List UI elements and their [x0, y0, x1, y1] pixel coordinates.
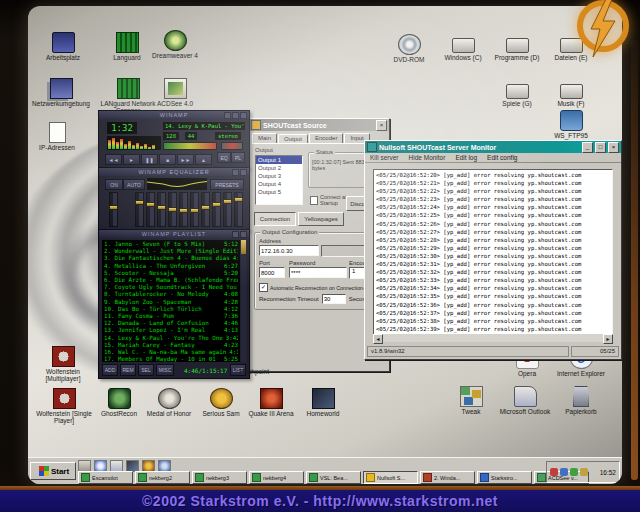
- connect-at-startup-checkbox[interactable]: [310, 196, 318, 205]
- eq-band-slider[interactable]: [234, 192, 243, 227]
- monitor-log-list[interactable]: <05/25/02@16:52:20> [yp_add] error resol…: [373, 169, 613, 337]
- winamp-playlist-window[interactable]: WINAMP PLAYLIST 1. Janno - Seven (F to S…: [98, 229, 250, 379]
- desktop-icon-spiele-g[interactable]: Spiele (G): [488, 80, 546, 107]
- task-button[interactable]: nekberg2: [135, 471, 190, 484]
- eq-on-button[interactable]: ON: [105, 179, 123, 190]
- desktop-icon-ip-adressen[interactable]: IP-Adressen: [28, 122, 86, 151]
- menu-item[interactable]: Edit config: [482, 153, 522, 162]
- equalizer-titlebar[interactable]: WINAMP EQUALIZER: [99, 168, 249, 176]
- task-button[interactable]: nekberg4: [249, 471, 304, 484]
- playlist-add-button[interactable]: ADD: [102, 364, 118, 376]
- eq-band-slider[interactable]: [168, 192, 177, 227]
- desktop-icon-programme-d[interactable]: Programme (D): [488, 34, 546, 61]
- playlist-item[interactable]: 17. Members Of Mayday - 10 in 01 5:25: [104, 356, 238, 362]
- task-button[interactable]: Escamolot: [78, 471, 133, 484]
- tray-display-icon[interactable]: [550, 468, 558, 476]
- playlist-rem-button[interactable]: REM: [120, 364, 136, 376]
- playlist-item[interactable]: 1. Janno - Seven (F to S Mix) 5:12: [104, 241, 238, 248]
- output-list-item[interactable]: Output 5: [256, 188, 302, 196]
- desktop-icon-wolfenstein-sp[interactable]: Wolfenstein [Single Player]: [36, 388, 92, 425]
- desktop-icon-dvd-rom[interactable]: DVD-ROM: [380, 34, 438, 63]
- playlist-list[interactable]: 1. Janno - Seven (F to S Mix) 5:12 2. Wo…: [102, 240, 240, 362]
- horizontal-scrollbar[interactable]: ◄ ►: [373, 334, 613, 342]
- volume-slider[interactable]: [163, 142, 217, 150]
- play-button[interactable]: ►: [123, 154, 140, 165]
- output-list-item[interactable]: Output 1: [256, 156, 302, 164]
- next-button[interactable]: ►►: [177, 154, 194, 165]
- port-field[interactable]: [259, 267, 285, 278]
- eq-band-slider[interactable]: [146, 192, 155, 227]
- output-list-item[interactable]: Output 4: [256, 180, 302, 188]
- playlist-sel-button[interactable]: SEL: [138, 364, 154, 376]
- playlist-item[interactable]: 2. Wonderwall - Just More (Single Edit) …: [104, 248, 238, 255]
- task-button[interactable]: 2. Winda...: [420, 471, 475, 484]
- task-button[interactable]: nekberg3: [192, 471, 247, 484]
- desktop-icon-windows-c[interactable]: Windows (C): [434, 34, 492, 61]
- auto-reconnect-checkbox[interactable]: ✓: [259, 283, 268, 292]
- output-list-item[interactable]: Output 2: [256, 164, 302, 172]
- tab[interactable]: Encoder: [309, 133, 343, 143]
- playlist-misc-button[interactable]: MISC: [156, 364, 174, 376]
- eq-presets-button[interactable]: PRESETS: [210, 179, 244, 190]
- menu-item[interactable]: Hide Monitor: [404, 153, 451, 162]
- playlist-item[interactable]: 13. Jennifer Lopez - I'm Real 4:13: [104, 327, 238, 334]
- desktop-icon-tweak[interactable]: Tweak: [446, 386, 496, 415]
- playlist-item[interactable]: 14. Lexy & K-Paul - You're The One 3:42: [104, 335, 238, 342]
- tray-antivirus-icon[interactable]: [570, 468, 578, 476]
- playlist-item[interactable]: 10. Das Bo - Türlich Türlich 4:12: [104, 306, 238, 313]
- playlist-item[interactable]: 7. Coyote Ugly Soundtrack - I Need You T…: [104, 284, 238, 291]
- desktop-icon-acdsee[interactable]: ACDSee 4.0: [146, 78, 204, 107]
- output-list-item[interactable]: Output 3: [256, 172, 302, 180]
- desktop-icon-musik-f[interactable]: Musik (F): [542, 80, 600, 107]
- desktop-icon-arbeitsplatz[interactable]: Arbeitsplatz: [34, 32, 92, 61]
- winamp-titlebar[interactable]: WINAMP: [99, 111, 249, 119]
- shade-icon[interactable]: [232, 169, 239, 176]
- playlist-item[interactable]: 6. Die Ärzte - Mama B. (Schlafende Freun…: [104, 277, 238, 284]
- desktop-icon-medal-of-honor[interactable]: Medal of Honor: [140, 388, 198, 417]
- connection-subtab[interactable]: Connection: [254, 212, 296, 226]
- close-icon[interactable]: ×: [376, 120, 387, 131]
- balance-slider[interactable]: [221, 142, 243, 150]
- desktop-icon-homeworld[interactable]: Homeworld: [294, 388, 352, 417]
- playlist-item[interactable]: 9. Babylon Zoo - Spaceman 4:28: [104, 299, 238, 306]
- tray-volume-icon[interactable]: [580, 468, 588, 476]
- playlist-item[interactable]: 5. Scooter - Nessaja 5:20: [104, 270, 238, 277]
- eq-band-slider[interactable]: [157, 192, 166, 227]
- eq-auto-button[interactable]: AUTO: [123, 179, 145, 190]
- menu-item[interactable]: Edit log: [450, 153, 482, 162]
- eq-band-slider[interactable]: [135, 192, 144, 227]
- minimize-icon[interactable]: [224, 112, 231, 119]
- pause-button[interactable]: ❚❚: [141, 154, 158, 165]
- winamp-equalizer-window[interactable]: WINAMP EQUALIZER ON AUTO PRESETS: [98, 167, 250, 231]
- eq-band-slider[interactable]: [212, 192, 221, 227]
- yellowpages-subtab[interactable]: Yellowpages: [298, 212, 344, 226]
- scrollbar-thumb[interactable]: [241, 240, 246, 254]
- eq-band-slider[interactable]: [179, 192, 188, 227]
- eq-band-slider[interactable]: [223, 192, 232, 227]
- playlist-item[interactable]: 15. Mariah Carey - Fantasy 4:23: [104, 342, 238, 349]
- source-titlebar[interactable]: SHOUTcast Source ×: [249, 119, 389, 131]
- playlist-item[interactable]: 3. Die Fantastischen 4 - Buenos dias 4:2…: [104, 255, 238, 262]
- playlist-titlebar[interactable]: WINAMP PLAYLIST: [99, 230, 249, 238]
- playlist-scrollbar[interactable]: [241, 240, 246, 362]
- monitor-titlebar[interactable]: Nullsoft SHOUTcast Server Monitor _ □ ×: [365, 141, 621, 153]
- close-icon[interactable]: [240, 112, 247, 119]
- minimize-icon[interactable]: _: [582, 142, 593, 153]
- tab[interactable]: Main: [252, 133, 277, 143]
- task-button[interactable]: VSL: Bea...: [306, 471, 361, 484]
- start-button[interactable]: Start: [30, 462, 76, 480]
- previous-button[interactable]: ◄◄: [105, 154, 122, 165]
- desktop-icon-flashpoint[interactable]: Flashpoint: [224, 368, 284, 375]
- playlist-item[interactable]: 8. Turntablerocker - No Melody 4:08: [104, 291, 238, 298]
- desktop-icon-dreamweaver[interactable]: Dreamweaver 4: [146, 30, 204, 59]
- scroll-right-icon[interactable]: ►: [603, 334, 613, 344]
- playlist-item[interactable]: 4. Metallica - The Unforgiven 6:27: [104, 263, 238, 270]
- close-icon[interactable]: [240, 231, 247, 238]
- maximize-icon[interactable]: □: [595, 142, 606, 153]
- output-listbox[interactable]: Output 1 Output 2 Output 3 Output 4 Outp…: [255, 155, 303, 205]
- task-button[interactable]: Starkstro...: [477, 471, 532, 484]
- preamp-slider[interactable]: [109, 192, 118, 227]
- eq-band-slider[interactable]: [201, 192, 210, 227]
- winamp-main-window[interactable]: WINAMP 1:32 14. Lexy & K-Paul - You're T…: [98, 110, 250, 169]
- desktop-icon-netzwerkumgebung[interactable]: Netzwerkumgebung: [28, 78, 94, 107]
